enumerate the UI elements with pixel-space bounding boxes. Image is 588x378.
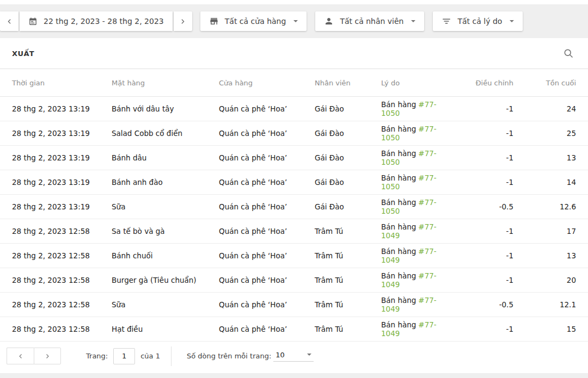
next-date-button[interactable] (174, 11, 192, 31)
store-cell: Quán cà phê ‘Hoa’ (219, 153, 315, 162)
reason-cell: Bán hàng#77-1050 (381, 149, 448, 166)
employee-cell: Gái Đào (315, 104, 381, 113)
store-cell: Quán cà phê ‘Hoa’ (219, 251, 315, 260)
date-range-label: 22 thg 2, 2023 - 28 thg 2, 2023 (44, 17, 164, 26)
reason-label: Bán hàng (381, 198, 416, 207)
final-stock-cell: 17 (513, 227, 576, 236)
reason-label: Bán hàng (381, 296, 416, 305)
time-cell: 28 thg 2, 2023 12:58 (12, 227, 112, 236)
date-range-button[interactable]: 22 thg 2, 2023 - 28 thg 2, 2023 (20, 11, 173, 31)
person-icon (324, 16, 334, 26)
adjustment-cell: -1 (448, 153, 513, 162)
column-header-final-stock: Tồn cuối (513, 79, 576, 87)
reason-label: Bán hàng (381, 247, 416, 256)
column-header-reason: Lý do (381, 79, 448, 87)
reason-cell: Bán hàng#77-1049 (381, 222, 448, 240)
employee-cell: Gái Đào (315, 153, 381, 162)
employee-cell: Gái Đào (315, 202, 381, 211)
rows-per-page-select[interactable]: 10 (273, 351, 314, 362)
reason-label: Bán hàng (381, 222, 416, 231)
reason-label: Bán hàng (381, 149, 416, 158)
next-page-button[interactable] (34, 348, 61, 364)
final-stock-cell: 14 (513, 178, 576, 187)
filter-icon (442, 16, 451, 26)
employee-cell: Trâm Tú (315, 251, 381, 260)
rows-per-page-label: Số dòng trên mỗi trang: (187, 352, 271, 360)
adjustment-cell: -0.5 (448, 202, 513, 211)
stores-filter-button[interactable]: Tất cả cửa hàng (200, 11, 307, 31)
item-cell: Bánh với dâu tây (112, 104, 219, 113)
reason-label: Bán hàng (381, 125, 416, 133)
chevron-down-icon (411, 20, 415, 22)
time-cell: 28 thg 2, 2023 12:58 (12, 300, 112, 309)
employees-filter-button[interactable]: Tất cả nhân viên (315, 11, 424, 31)
final-stock-cell: 15 (513, 325, 576, 333)
store-cell: Quán cà phê ‘Hoa’ (219, 178, 315, 187)
final-stock-cell: 12.1 (513, 300, 576, 309)
store-cell: Quán cà phê ‘Hoa’ (219, 276, 315, 284)
final-stock-cell: 24 (513, 104, 576, 113)
time-cell: 28 thg 2, 2023 12:58 (12, 325, 112, 333)
store-icon (209, 16, 219, 26)
page-nav-group (7, 348, 61, 364)
store-cell: Quán cà phê ‘Hoa’ (219, 227, 315, 236)
item-cell: Bánh anh đào (112, 178, 219, 187)
item-cell: Sữa (112, 300, 219, 309)
time-cell: 28 thg 2, 2023 12:58 (12, 251, 112, 260)
table-row: 28 thg 2, 2023 12:58 Burger gà (Tiêu chu… (0, 268, 588, 293)
item-cell: Bánh dâu (112, 153, 219, 162)
rows-per-page-value: 10 (275, 351, 285, 359)
chevron-right-icon (179, 18, 186, 25)
prev-page-button[interactable] (7, 348, 34, 364)
table-body: 28 thg 2, 2023 13:19 Bánh với dâu tây Qu… (0, 97, 588, 342)
final-stock-cell: 12.6 (513, 202, 576, 211)
pagination-bar: Trang: của 1 Số dòng trên mỗi trang: 10 (0, 342, 588, 370)
reasons-filter-button[interactable]: Tất cả lý do (433, 11, 523, 31)
footer-divider (171, 346, 171, 366)
employee-cell: Trâm Tú (315, 325, 381, 333)
item-cell: Sa tế bò và gà (112, 227, 219, 236)
item-cell: Hạt điều (112, 325, 219, 333)
employee-cell: Trâm Tú (315, 300, 381, 309)
reason-cell: Bán hàng#77-1050 (381, 100, 448, 117)
adjustment-cell: -1 (448, 178, 513, 187)
page-label: Trang: (86, 352, 108, 360)
store-cell: Quán cà phê ‘Hoa’ (219, 104, 315, 113)
time-cell: 28 thg 2, 2023 12:58 (12, 276, 112, 284)
date-nav-group: 22 thg 2, 2023 - 28 thg 2, 2023 (0, 11, 192, 31)
toolbar: 22 thg 2, 2023 - 28 thg 2, 2023 Tất cả c… (0, 4, 588, 38)
page-input[interactable] (113, 348, 135, 364)
table-row: 28 thg 2, 2023 12:58 Hạt điều Quán cà ph… (0, 317, 588, 342)
reason-cell: Bán hàng#77-1050 (381, 198, 448, 215)
time-cell: 28 thg 2, 2023 13:19 (12, 178, 112, 187)
adjustment-cell: -1 (448, 276, 513, 284)
store-cell: Quán cà phê ‘Hoa’ (219, 129, 315, 138)
employee-cell: Trâm Tú (315, 276, 381, 284)
adjustment-cell: -0.5 (448, 300, 513, 309)
prev-date-button[interactable] (0, 11, 19, 31)
store-cell: Quán cà phê ‘Hoa’ (219, 202, 315, 211)
reason-cell: Bán hàng#77-1049 (381, 247, 448, 264)
header-strip (0, 0, 588, 4)
search-button[interactable] (563, 48, 574, 59)
reasons-filter-label: Tất cả lý do (457, 17, 502, 26)
chevron-right-icon (44, 353, 51, 360)
panel-header: XUẤT (0, 38, 588, 69)
time-cell: 28 thg 2, 2023 13:19 (12, 202, 112, 211)
time-cell: 28 thg 2, 2023 13:19 (12, 153, 112, 162)
time-cell: 28 thg 2, 2023 13:19 (12, 104, 112, 113)
final-stock-cell: 13 (513, 251, 576, 260)
chevron-down-icon (293, 20, 298, 22)
table-header: Thời gian Mặt hàng Cửa hàng Nhân viên Lý… (0, 69, 588, 97)
reason-cell: Bán hàng#77-1049 (381, 320, 448, 338)
reason-label: Bán hàng (381, 320, 416, 329)
chevron-down-icon (307, 354, 311, 356)
item-cell: Sữa (112, 202, 219, 211)
adjustment-cell: -1 (448, 325, 513, 333)
export-panel: XUẤT Thời gian Mặt hàng Cửa hàng Nhân vi… (0, 38, 588, 373)
table-row: 28 thg 2, 2023 12:58 Bánh chuối Quán cà … (0, 244, 588, 268)
column-header-adjustment: Điều chỉnh (448, 79, 513, 87)
adjustment-cell: -1 (448, 251, 513, 260)
table-row: 28 thg 2, 2023 12:58 Sữa Quán cà phê ‘Ho… (0, 293, 588, 317)
calendar-icon (28, 17, 38, 26)
